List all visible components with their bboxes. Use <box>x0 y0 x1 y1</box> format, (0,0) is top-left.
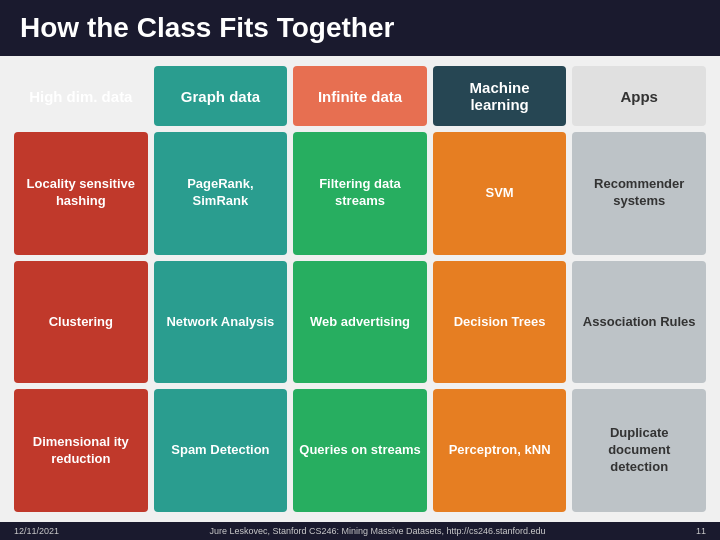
grid-cell-r1-c0: Clustering <box>14 261 148 384</box>
grid-cell-r2-c2: Queries on streams <box>293 389 427 512</box>
page: How the Class Fits Together High dim. da… <box>0 0 720 540</box>
footer-page: 11 <box>696 526 706 536</box>
grid-cell-r0-c0: Locality sensitive hashing <box>14 132 148 255</box>
data-grid: Locality sensitive hashingPageRank, SimR… <box>14 132 706 512</box>
main-content: High dim. dataGraph dataInfinite dataMac… <box>0 56 720 522</box>
col-header-machine: Machine learning <box>433 66 567 126</box>
col-header-infinite: Infinite data <box>293 66 427 126</box>
grid-cell-r2-c0: Dimensional ity reduction <box>14 389 148 512</box>
grid-cell-r2-c4: Duplicate document detection <box>572 389 706 512</box>
grid-cell-r1-c3: Decision Trees <box>433 261 567 384</box>
column-headers: High dim. dataGraph dataInfinite dataMac… <box>14 66 706 126</box>
grid-cell-r2-c3: Perceptron, kNN <box>433 389 567 512</box>
footer-attribution: Jure Leskovec, Stanford CS246: Mining Ma… <box>209 526 545 536</box>
grid-cell-r2-c1: Spam Detection <box>154 389 288 512</box>
grid-cell-r0-c1: PageRank, SimRank <box>154 132 288 255</box>
grid-cell-r0-c4: Recommender systems <box>572 132 706 255</box>
grid-cell-r1-c1: Network Analysis <box>154 261 288 384</box>
footer-date: 12/11/2021 <box>14 526 59 536</box>
grid-cell-r0-c2: Filtering data streams <box>293 132 427 255</box>
col-header-high-dim: High dim. data <box>14 66 148 126</box>
footer: 12/11/2021 Jure Leskovec, Stanford CS246… <box>0 522 720 540</box>
grid-cell-r1-c4: Association Rules <box>572 261 706 384</box>
grid-cell-r1-c2: Web advertising <box>293 261 427 384</box>
grid-cell-r0-c3: SVM <box>433 132 567 255</box>
col-header-graph: Graph data <box>154 66 288 126</box>
page-title: How the Class Fits Together <box>0 0 720 56</box>
title-text: How the Class Fits Together <box>20 12 394 43</box>
col-header-apps: Apps <box>572 66 706 126</box>
